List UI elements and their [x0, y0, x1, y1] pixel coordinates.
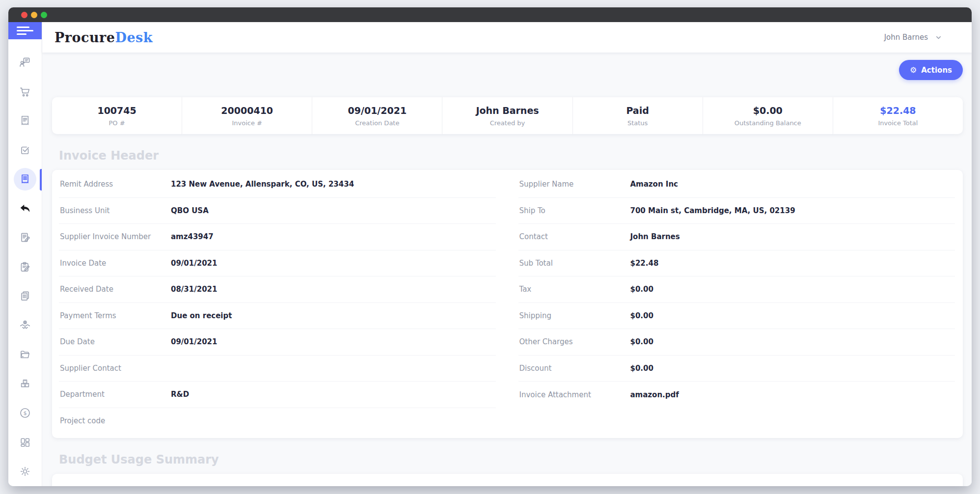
po-number-label: PO #	[109, 119, 125, 127]
close-window-button[interactable]	[21, 12, 27, 18]
field-row-discount: Discount $0.00	[518, 356, 955, 382]
field-row-business-unit: Business Unit QBO USA	[59, 198, 496, 224]
field-value: 09/01/2021	[171, 259, 217, 268]
budget-section-title: Budget Usage Summary	[59, 453, 963, 467]
user-name: John Barnes	[884, 33, 928, 42]
creation-date-label: Creation Date	[355, 119, 399, 127]
field-row-contact: Contact John Barnes	[518, 224, 955, 250]
summary-po-number: 100745 PO #	[52, 97, 182, 134]
window-titlebar	[8, 7, 972, 22]
field-row-other-charges: Other Charges $0.00	[518, 329, 955, 356]
back-arrow-icon	[18, 202, 32, 216]
summary-outstanding-balance: $0.00 Outstanding Balance	[703, 97, 833, 134]
sidebar-item-back[interactable]	[8, 194, 42, 223]
field-row-supplier-invoice-number: Supplier Invoice Number amz43947	[59, 224, 496, 250]
sidebar-item-shopping-cart[interactable]	[8, 77, 42, 107]
actions-button[interactable]: ⚙ Actions	[899, 60, 963, 80]
invoice-total-label: Invoice Total	[878, 119, 918, 127]
field-label: Supplier Name	[518, 180, 630, 189]
creation-date-value: 09/01/2021	[348, 105, 407, 116]
field-label: Supplier Contact	[59, 364, 171, 373]
field-row-invoice-attachment: Invoice Attachment amazon.pdf	[518, 382, 955, 408]
user-menu[interactable]: John Barnes	[884, 33, 942, 42]
field-label: Sub Total	[518, 259, 630, 268]
minimize-window-button[interactable]	[31, 12, 37, 18]
field-label: Invoice Attachment	[518, 390, 630, 399]
clipboard-pen-icon	[19, 261, 31, 274]
field-label: Tax	[518, 285, 630, 294]
sidebar-item-user-requests[interactable]	[8, 48, 42, 78]
receipt-icon	[19, 114, 31, 127]
zoom-window-button[interactable]	[41, 12, 47, 18]
sidebar-item-settings[interactable]	[8, 457, 42, 487]
documents-icon	[19, 290, 31, 302]
field-row-payment-terms: Payment Terms Due on receipt	[59, 303, 496, 329]
field-label: Received Date	[59, 285, 171, 294]
sidebar-item-inventory[interactable]	[8, 369, 42, 399]
attachment-link[interactable]: amazon.pdf	[630, 390, 679, 399]
field-row-invoice-date: Invoice Date 09/01/2021	[59, 250, 496, 277]
summary-created-by: John Barnes Created by	[442, 97, 572, 134]
actions-button-label: Actions	[921, 66, 952, 75]
field-value: $22.48	[630, 259, 659, 268]
field-label: Other Charges	[518, 337, 630, 346]
field-value: 123 New Avenue, Allenspark, CO, US, 2343…	[171, 180, 354, 189]
shopping-cart-icon	[19, 85, 31, 98]
invoice-header-left-column: Remit Address 123 New Avenue, Allenspark…	[59, 171, 496, 434]
sidebar-item-quotes[interactable]	[8, 223, 42, 253]
summary-invoice-total: $22.48 Invoice Total	[833, 97, 963, 134]
field-value: 700 Main st, Cambridge, MA, US, 02139	[630, 206, 795, 215]
field-row-tax: Tax $0.00	[518, 276, 955, 303]
status-badge: Paid	[626, 105, 649, 116]
svg-text:$: $	[23, 410, 27, 416]
sidebar-item-dashboard[interactable]	[8, 428, 42, 457]
field-value: $0.00	[630, 337, 653, 346]
outstanding-balance-label: Outstanding Balance	[735, 119, 801, 127]
sidebar-item-invoices[interactable]	[8, 165, 42, 194]
active-item-bar	[40, 169, 42, 191]
field-label: Business Unit	[59, 206, 171, 215]
document-pen-icon	[19, 231, 31, 244]
field-label: Department	[59, 390, 171, 399]
sidebar-item-receipts[interactable]	[8, 107, 42, 136]
field-label: Invoice Date	[59, 259, 171, 268]
folder-icon	[19, 348, 31, 361]
field-value: John Barnes	[630, 232, 680, 241]
field-row-due-date: Due Date 09/01/2021	[59, 329, 496, 356]
field-row-supplier-contact: Supplier Contact	[59, 356, 496, 382]
sidebar-item-folders[interactable]	[8, 340, 42, 370]
boxes-icon	[19, 378, 31, 390]
sidebar-item-approvals[interactable]	[8, 136, 42, 165]
invoice-icon	[19, 173, 31, 186]
field-row-shipping: Shipping $0.00	[518, 303, 955, 329]
field-label: Supplier Invoice Number	[59, 232, 171, 241]
budget-usage-card: Used Budget: $10,405.00 (10.5%)	[52, 474, 963, 486]
chevron-down-icon	[935, 34, 942, 41]
field-label: Payment Terms	[59, 311, 171, 320]
app-logo: ProcureDesk	[54, 30, 153, 45]
sidebar-nav: $	[8, 39, 42, 487]
sidebar: $	[8, 22, 42, 486]
invoice-number-label: Invoice #	[232, 119, 262, 127]
field-label: Contact	[518, 232, 630, 241]
field-value: $0.00	[630, 311, 653, 320]
sidebar-item-documents[interactable]	[8, 282, 42, 311]
user-request-icon	[19, 56, 31, 69]
page-content: ⚙ Actions 100745 PO # 20000410 Invoice #	[42, 53, 972, 486]
field-label: Due Date	[59, 337, 171, 346]
field-label: Remit Address	[59, 180, 171, 189]
field-row-project-code: Project code	[59, 408, 496, 435]
field-label: Project code	[59, 416, 171, 425]
field-value: 08/31/2021	[171, 285, 217, 294]
sidebar-item-suppliers[interactable]	[8, 311, 42, 340]
field-value: R&D	[171, 390, 189, 399]
field-row-ship-to: Ship To 700 Main st, Cambridge, MA, US, …	[518, 198, 955, 224]
summary-creation-date: 09/01/2021 Creation Date	[312, 97, 442, 134]
menu-toggle-button[interactable]	[8, 22, 42, 39]
top-header: ProcureDesk John Barnes	[42, 22, 972, 53]
sidebar-item-payments[interactable]: $	[8, 399, 42, 428]
created-by-label: Created by	[490, 119, 525, 127]
summary-invoice-number: 20000410 Invoice #	[182, 97, 312, 134]
sidebar-item-contracts[interactable]	[8, 252, 42, 282]
field-value: amz43947	[171, 232, 214, 241]
